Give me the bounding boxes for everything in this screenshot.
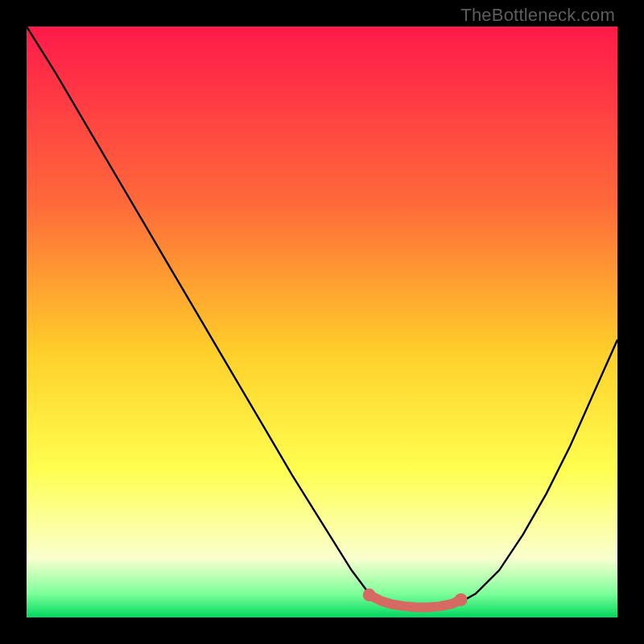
gradient-background	[27, 27, 617, 617]
chart-frame	[27, 27, 617, 617]
optimal-range-endpoint	[363, 588, 376, 601]
watermark-text: TheBottleneck.com	[460, 5, 615, 26]
bottleneck-chart	[27, 27, 617, 617]
optimal-range-endpoint	[455, 593, 468, 606]
